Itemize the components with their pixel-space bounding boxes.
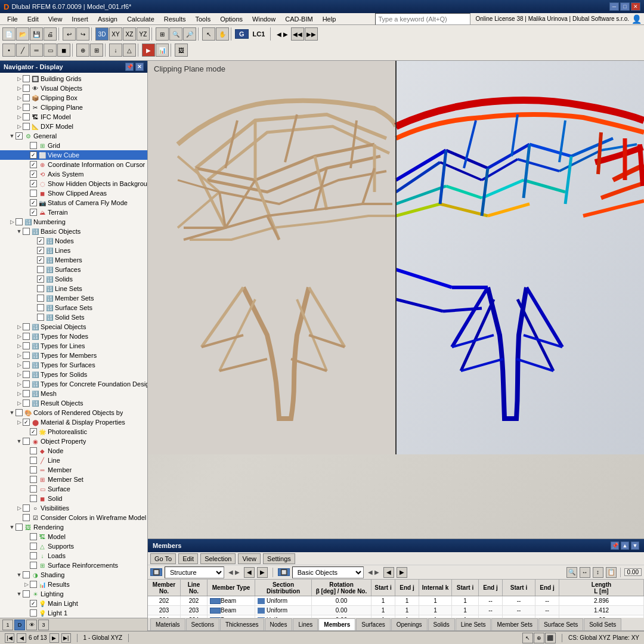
checkbox[interactable] — [23, 380, 30, 388]
open-btn[interactable]: 📂 — [16, 27, 29, 41]
tree-mesh[interactable]: ▷ 🔢 Mesh — [0, 389, 147, 398]
maximize-button[interactable]: □ — [620, 2, 630, 11]
edit-button[interactable]: Edit — [178, 553, 198, 564]
tree-obj-member-set[interactable]: ⊞ Member Set — [0, 475, 147, 484]
checkbox[interactable] — [37, 237, 44, 244]
tree-shading-results[interactable]: ▷ 📊 Results — [0, 580, 147, 589]
tab-member-sets[interactable]: Member Sets — [491, 618, 537, 630]
checkbox[interactable] — [37, 256, 44, 264]
tree-types-lines[interactable]: ▷ 🔢 Types for Lines — [0, 341, 147, 351]
tab-members[interactable]: Members — [318, 618, 355, 630]
tab-line-sets[interactable]: Line Sets — [456, 618, 491, 630]
panel-btn-display[interactable]: D — [14, 620, 25, 630]
checkbox[interactable] — [23, 333, 30, 340]
tree-main-light[interactable]: 💡 Main Light — [0, 599, 147, 608]
checkbox[interactable] — [30, 428, 37, 435]
move-btn[interactable]: ✋ — [216, 27, 229, 41]
bottom-panel-minimize-btn[interactable]: ▼ — [631, 541, 639, 550]
menu-calculate[interactable]: Calculate — [122, 14, 159, 24]
menu-options[interactable]: Options — [215, 14, 247, 24]
menu-window[interactable]: Window — [247, 14, 280, 24]
tree-visual-objects[interactable]: ▷ 👁 Visual Objects — [0, 83, 147, 93]
tree-grid[interactable]: ⊞ Grid — [0, 141, 147, 150]
status-btn-1[interactable]: ↖ — [522, 633, 533, 643]
page-last-btn[interactable]: ▶| — [61, 633, 71, 643]
tab-lines[interactable]: Lines — [293, 618, 318, 630]
load-btn[interactable]: ↓ — [109, 44, 122, 57]
tree-obj-surface[interactable]: ▭ Surface — [0, 484, 147, 494]
tree-visibilities[interactable]: ▷ ○ Visibilities — [0, 503, 147, 513]
basic-objects-filter-dropdown[interactable]: Basic Objects — [292, 566, 364, 578]
panel-btn-3d[interactable]: 3 — [38, 620, 49, 630]
tab-surfaces[interactable]: Surfaces — [356, 618, 390, 630]
checkbox[interactable] — [30, 495, 37, 502]
tree-solid-sets[interactable]: 🔢 Solid Sets — [0, 312, 147, 322]
minimize-button[interactable]: ─ — [609, 2, 619, 11]
checkbox[interactable] — [30, 552, 37, 559]
tree-solids[interactable]: 🔢 Solids — [0, 274, 147, 284]
tab-materials[interactable]: Materials — [150, 618, 185, 630]
checkbox[interactable] — [23, 514, 30, 521]
user-avatar[interactable]: 👤 — [631, 14, 642, 24]
checkbox[interactable] — [23, 342, 30, 349]
zoom-extent-btn[interactable]: ⊞ — [156, 27, 169, 41]
undo-btn[interactable]: ↩ — [63, 27, 76, 41]
menu-tools[interactable]: Tools — [190, 14, 215, 24]
save-btn[interactable]: 💾 — [30, 27, 43, 41]
tree-material-display[interactable]: ▷ ⬤ Material & Display Properties — [0, 417, 147, 427]
tree-shading[interactable]: ▼ ◑ Shading — [0, 570, 147, 580]
checkbox[interactable] — [30, 485, 37, 493]
checkbox[interactable] — [23, 419, 30, 426]
checkbox[interactable] — [30, 562, 37, 569]
panel-btn-1[interactable]: 1 — [2, 620, 13, 630]
menu-insert[interactable]: Insert — [67, 14, 93, 24]
tree-camera-status[interactable]: 📷 Status of Camera Fly Mode — [0, 198, 147, 208]
snap-btn[interactable]: ⊕ — [76, 44, 89, 57]
tree-colors-rendered[interactable]: ▼ 🎨 Colors of Rendered Objects by — [0, 408, 147, 417]
view-3d-btn[interactable]: 3D — [95, 27, 109, 41]
tree-clipping-box[interactable]: ▷ 📦 Clipping Box — [0, 93, 147, 103]
tree-surface-sets[interactable]: 🔢 Surface Sets — [0, 303, 147, 312]
results-btn[interactable]: 📊 — [156, 44, 169, 57]
draw-solid-btn[interactable]: ◼ — [57, 44, 70, 57]
selection-button[interactable]: Selection — [200, 553, 236, 564]
filter2-nav-next[interactable]: ▶ — [397, 567, 407, 578]
checkbox-general[interactable] — [16, 132, 23, 140]
results-tool-btn-2[interactable]: ↔ — [580, 567, 590, 578]
tree-light1[interactable]: 💡 Light 1 — [0, 608, 147, 618]
checkbox[interactable] — [23, 400, 30, 407]
render-btn[interactable]: 🖼 — [175, 44, 188, 57]
settings-button[interactable]: Settings — [263, 553, 295, 564]
tree-building-grids[interactable]: ▷ 🔲 Building Grids — [0, 74, 147, 83]
checkbox[interactable] — [30, 190, 37, 197]
menu-view[interactable]: View — [44, 14, 67, 24]
menu-file[interactable]: File — [2, 14, 23, 24]
checkbox[interactable] — [30, 171, 37, 178]
select-btn[interactable]: ↖ — [202, 27, 215, 41]
tab-solids[interactable]: Solids — [428, 618, 455, 630]
menu-cad-bim[interactable]: CAD-BIM — [280, 14, 317, 24]
view-yz-btn[interactable]: YZ — [137, 27, 150, 41]
checkbox[interactable] — [37, 275, 44, 283]
nav-pin-btn[interactable]: 📌 — [125, 63, 134, 71]
checkbox[interactable] — [30, 543, 37, 550]
draw-node-btn[interactable]: • — [2, 44, 16, 57]
tree-view-cube[interactable]: ⬜ View Cube — [0, 150, 147, 160]
menu-help[interactable]: Help — [318, 14, 341, 24]
nav-close-btn[interactable]: ✕ — [135, 63, 144, 71]
checkbox[interactable] — [16, 409, 23, 416]
search-input[interactable] — [375, 13, 470, 25]
tree-special-objects[interactable]: ▷ 🔢 Special Objects — [0, 322, 147, 332]
tab-thicknesses[interactable]: Thicknesses — [220, 618, 264, 630]
draw-line-btn[interactable]: ╱ — [16, 44, 29, 57]
tree-clipping-plane[interactable]: ▷ ✂ Clipping Plane — [0, 103, 147, 112]
checkbox[interactable] — [23, 228, 30, 235]
checkbox[interactable] — [30, 209, 37, 216]
tree-surface-reinforcements[interactable]: ⊞ Surface Reinforcements — [0, 561, 147, 570]
tree-clipped-areas[interactable]: ◼ Show Clipped Areas — [0, 188, 147, 198]
checkbox[interactable] — [37, 247, 44, 254]
checkbox[interactable] — [37, 285, 44, 292]
checkbox[interactable] — [23, 352, 30, 359]
checkbox-cube[interactable] — [30, 151, 37, 159]
tab-solid-sets[interactable]: Solid Sets — [584, 618, 621, 630]
